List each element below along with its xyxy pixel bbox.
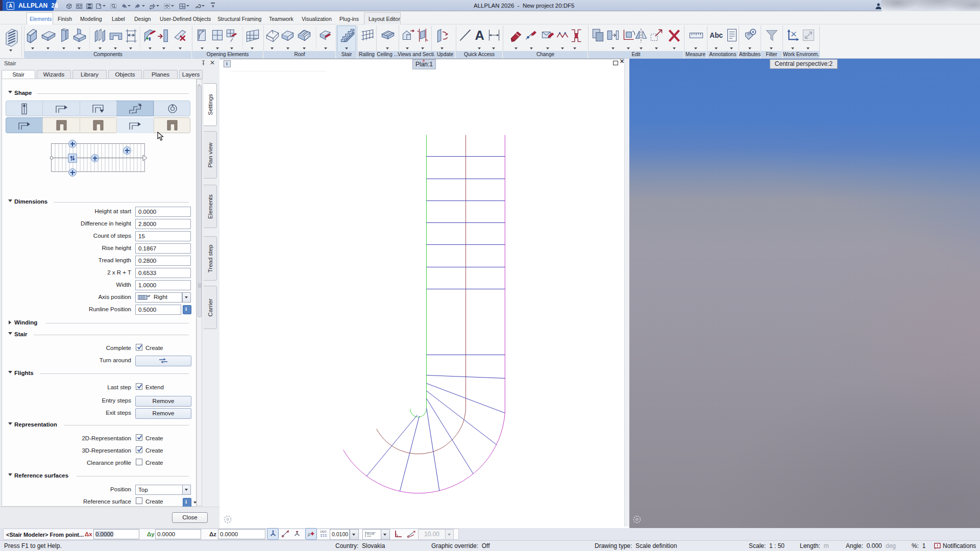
svg-text:μ: μ [307, 531, 310, 537]
svg-text:Abc: Abc [709, 32, 723, 39]
svg-text:A: A [475, 28, 484, 42]
svg-text:1920: 1920 [320, 530, 326, 533]
